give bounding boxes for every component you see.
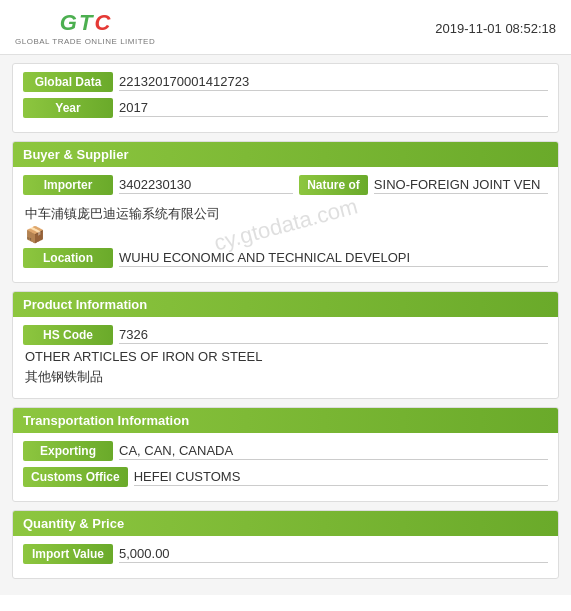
timestamp: 2019-11-01 08:52:18 xyxy=(435,21,556,36)
location-value: WUHU ECONOMIC AND TECHNICAL DEVELOPI xyxy=(119,250,548,267)
import-value-row: Import Value 5,000.00 xyxy=(23,544,548,564)
buyer-supplier-section: Buyer & Supplier cy.gtodata.com Importer… xyxy=(12,141,559,283)
transport-info-header: Transportation Information xyxy=(13,408,558,433)
importer-label: Importer xyxy=(23,175,113,195)
company-name: 中车浦镇庞巴迪运输系统有限公司 xyxy=(23,201,548,225)
nature-value: SINO-FOREIGN JOINT VEN xyxy=(374,177,548,194)
transport-info-section: Transportation Information Exporting CA,… xyxy=(12,407,559,502)
logo-t-letter: T xyxy=(79,10,92,36)
quantity-price-body: Import Value 5,000.00 xyxy=(13,536,558,578)
logo-subtitle: GLOBAL TRADE ONLINE LIMITED xyxy=(15,37,155,46)
logo-g-letter: G xyxy=(60,10,77,36)
transport-info-body: Exporting CA, CAN, CANADA Customs Office… xyxy=(13,433,558,501)
customs-office-value: HEFEI CUSTOMS xyxy=(134,469,548,486)
product-info-body: HS Code 7326 OTHER ARTICLES OF IRON OR S… xyxy=(13,317,558,398)
importer-nature-row: Importer 3402230130 Nature of SINO-FOREI… xyxy=(23,175,548,195)
quantity-price-header: Quantity & Price xyxy=(13,511,558,536)
buyer-supplier-header: Buyer & Supplier xyxy=(13,142,558,167)
import-value-label: Import Value xyxy=(23,544,113,564)
global-info-body: Global Data 221320170001412723 Year 2017 xyxy=(13,64,558,132)
global-data-row: Global Data 221320170001412723 xyxy=(23,72,548,92)
global-info-section: Global Data 221320170001412723 Year 2017 xyxy=(12,63,559,133)
exporting-value: CA, CAN, CANADA xyxy=(119,443,548,460)
hs-code-row: HS Code 7326 xyxy=(23,325,548,345)
top-bar: G T C GLOBAL TRADE ONLINE LIMITED 2019-1… xyxy=(0,0,571,55)
exporting-row: Exporting CA, CAN, CANADA xyxy=(23,441,548,461)
global-data-label: Global Data xyxy=(23,72,113,92)
year-value: 2017 xyxy=(119,100,548,117)
logo-icon: G T C xyxy=(60,10,110,36)
global-data-value: 221320170001412723 xyxy=(119,74,548,91)
product-info-section: Product Information HS Code 7326 OTHER A… xyxy=(12,291,559,399)
product-desc-en: OTHER ARTICLES OF IRON OR STEEL xyxy=(25,349,546,364)
location-row: Location WUHU ECONOMIC AND TECHNICAL DEV… xyxy=(23,248,548,268)
importer-value: 3402230130 xyxy=(119,177,293,194)
page-wrapper: G T C GLOBAL TRADE ONLINE LIMITED 2019-1… xyxy=(0,0,571,611)
customs-office-label: Customs Office xyxy=(23,467,128,487)
exporting-label: Exporting xyxy=(23,441,113,461)
buyer-supplier-body: cy.gtodata.com Importer 3402230130 Natur… xyxy=(13,167,558,282)
quantity-price-section: Quantity & Price Import Value 5,000.00 xyxy=(12,510,559,579)
logo-area: G T C GLOBAL TRADE ONLINE LIMITED xyxy=(15,10,155,46)
year-label: Year xyxy=(23,98,113,118)
location-label: Location xyxy=(23,248,113,268)
hs-code-label: HS Code xyxy=(23,325,113,345)
year-row: Year 2017 xyxy=(23,98,548,118)
logo-c-letter: C xyxy=(94,10,110,36)
customs-office-row: Customs Office HEFEI CUSTOMS xyxy=(23,467,548,487)
content: Global Data 221320170001412723 Year 2017… xyxy=(0,55,571,595)
hs-code-value: 7326 xyxy=(119,327,548,344)
product-desc-zh: 其他钢铁制品 xyxy=(25,368,546,386)
nature-label: Nature of xyxy=(299,175,368,195)
product-info-header: Product Information xyxy=(13,292,558,317)
company-icon: 📦 xyxy=(23,225,548,248)
import-value-value: 5,000.00 xyxy=(119,546,548,563)
